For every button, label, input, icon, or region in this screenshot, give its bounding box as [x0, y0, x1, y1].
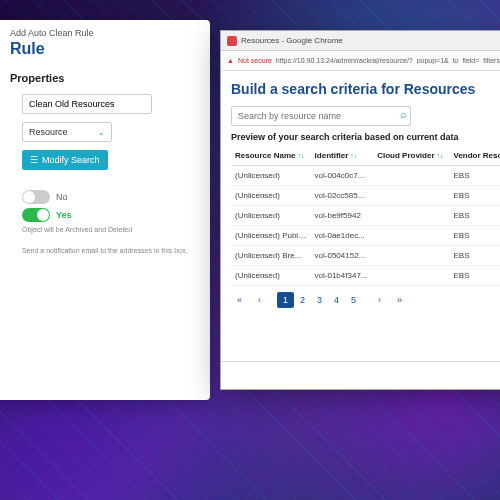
sort-icon: ↑↓: [297, 152, 304, 159]
preview-label: Preview of your search criteria based on…: [231, 132, 500, 142]
page-4[interactable]: 4: [328, 292, 345, 308]
section-properties: Properties: [10, 72, 200, 84]
help-archive: Object will be Archived and Deleted: [22, 226, 200, 233]
search-icon[interactable]: ⌕: [400, 108, 407, 120]
table-row[interactable]: (Unlicensed) Public-...vol-0ae1dec...EBS: [231, 226, 500, 246]
page-5[interactable]: 5: [345, 292, 362, 308]
toggle-archive-on[interactable]: [22, 208, 50, 222]
col-identifier[interactable]: Identifier↑↓: [311, 146, 374, 166]
not-secure-label: Not secure: [238, 57, 272, 64]
not-secure-icon: ▲: [227, 57, 234, 64]
rule-type-value: Resource: [29, 127, 68, 137]
sort-icon: ↑↓: [350, 152, 357, 159]
table-row[interactable]: (Unlicensed)vol-02cc585...EBS: [231, 186, 500, 206]
col-vendor-type[interactable]: Vendor Resource Type↑↓: [450, 146, 501, 166]
table-row[interactable]: (Unlicensed)vol-be9f5942EBS: [231, 206, 500, 226]
page-1[interactable]: 1: [277, 292, 294, 308]
rule-name-input[interactable]: [22, 94, 152, 114]
results-table: Resource Name↑↓ Identifier↑↓ Cloud Provi…: [231, 146, 500, 286]
search-popup: Resources - Google Chrome ▲ Not secure h…: [220, 30, 500, 390]
breadcrumb: Add Auto Clean Rule: [10, 28, 200, 38]
window-title: Resources - Google Chrome: [241, 36, 343, 45]
col-resource-name[interactable]: Resource Name↑↓: [231, 146, 311, 166]
page-title: Rule: [10, 40, 200, 58]
toggle-yes-label: Yes: [56, 210, 72, 220]
popup-title: Build a search criteria for Resources: [231, 81, 500, 97]
chrome-titlebar: Resources - Google Chrome: [221, 31, 500, 51]
search-input[interactable]: [231, 106, 411, 126]
toggle-archive-off[interactable]: [22, 190, 50, 204]
table-row[interactable]: (Unlicensed)vol-01b4f347...EBS: [231, 266, 500, 286]
rule-type-select[interactable]: Resource ⌄: [22, 122, 112, 142]
chevron-down-icon: ⌄: [98, 128, 105, 137]
toggle-no-label: No: [56, 192, 68, 202]
sort-icon: ↑↓: [437, 152, 444, 159]
page-next[interactable]: ›: [372, 292, 387, 308]
page-2[interactable]: 2: [294, 292, 311, 308]
rule-panel: Add Auto Clean Rule Rule Properties Reso…: [0, 20, 210, 400]
filter-icon: ☰: [30, 155, 38, 165]
modify-search-button[interactable]: ☰ Modify Search: [22, 150, 108, 170]
page-last[interactable]: »: [391, 292, 408, 308]
table-row[interactable]: (Unlicensed)vol-004c0c7...EBS: [231, 166, 500, 186]
table-row[interactable]: (Unlicensed) Brenda...vol-0504152...EBS: [231, 246, 500, 266]
col-cloud-provider[interactable]: Cloud Provider↑↓: [373, 146, 449, 166]
page-first[interactable]: «: [231, 292, 248, 308]
pagination: « ‹ 12345 › » 54: [231, 292, 500, 308]
url-text: https://10.90.13.24/admin/rackraj/resour…: [276, 57, 500, 64]
page-3[interactable]: 3: [311, 292, 328, 308]
app-icon: [227, 36, 237, 46]
help-email: Send a notification email to the address…: [22, 247, 200, 254]
url-bar: ▲ Not secure https://10.90.13.24/admin/r…: [221, 51, 500, 71]
page-prev[interactable]: ‹: [252, 292, 267, 308]
